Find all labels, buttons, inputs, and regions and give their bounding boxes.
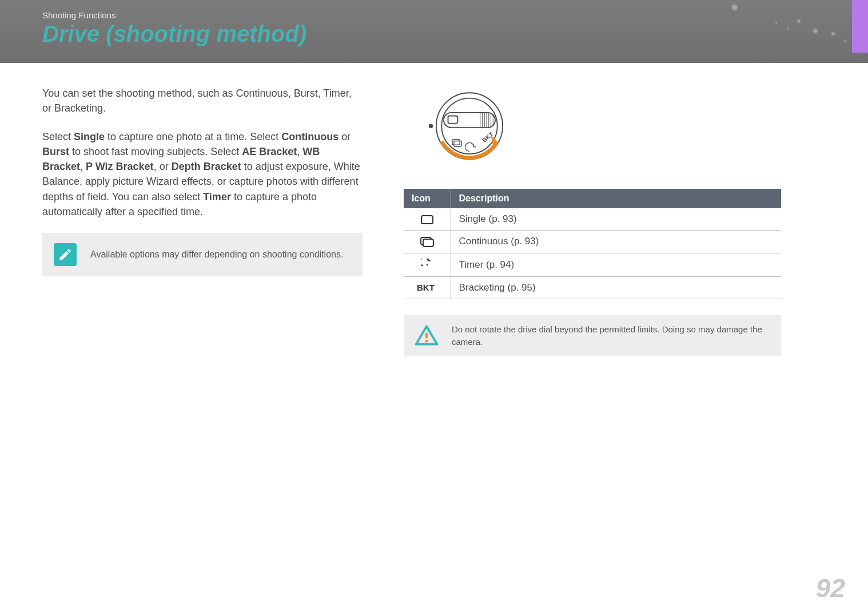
timer-icon [404,253,451,276]
breadcrumb: Shooting Functions [42,10,868,20]
svg-point-2 [429,124,433,129]
warning-text: Do not rotate the drive dial beyond the … [452,323,771,348]
bold-burst: Burst [42,146,69,157]
note-text: Available options may differ depending o… [90,249,343,260]
table-row: Single (p. 93) [404,208,781,231]
pencil-icon [54,243,77,266]
icon-description-table: Icon Description Single (p. 93) [404,189,781,299]
table-row: Continuous (p. 93) [404,231,781,253]
side-tab [852,0,868,53]
svg-rect-12 [452,140,460,145]
bracketing-icon: BKT [404,276,451,299]
bold-ae-bracket: AE Bracket [242,146,297,157]
table-row: Timer (p. 94) [404,253,781,276]
svg-rect-13 [454,141,461,146]
text-fragment: , [80,161,86,172]
intro-paragraph-2: Select Single to capture one photo at a … [42,129,363,219]
table-header-description: Description [451,189,781,208]
bold-depth-bracket: Depth Bracket [172,161,241,172]
warning-icon [414,323,439,348]
table-cell-desc: Bracketing (p. 95) [451,276,781,299]
svg-point-23 [426,264,428,265]
table-cell-desc: Single (p. 93) [451,208,781,231]
note-box: Available options may differ depending o… [42,233,363,276]
intro-paragraph-1: You can set the shooting method, such as… [42,86,363,116]
svg-rect-4 [448,116,458,124]
text-fragment: or [339,131,351,142]
table-header-icon: Icon [404,189,451,208]
single-icon [404,208,451,231]
svg-point-26 [425,339,428,342]
svg-rect-3 [444,113,495,128]
warning-box: Do not rotate the drive dial beyond the … [404,315,781,356]
text-fragment: to capture one photo at a time. Select [105,131,281,142]
page-title: Drive (shooting method) [42,21,868,47]
drive-dial-illustration: BKT [404,86,781,172]
bold-continuous: Continuous [281,131,339,142]
header-band: Shooting Functions Drive (shooting metho… [0,0,868,63]
text-fragment: , [297,146,302,157]
bold-single: Single [74,131,105,142]
table-cell-desc: Continuous (p. 93) [451,231,781,253]
continuous-icon [404,231,451,253]
svg-rect-18 [421,216,433,224]
text-fragment: to shoot fast moving subjects. Select [69,146,242,157]
bold-timer: Timer [203,191,231,203]
svg-rect-20 [423,239,433,247]
page-number: 92 [816,573,845,604]
bold-pwiz-bracket: P Wiz Bracket [86,161,154,172]
svg-rect-25 [425,332,428,338]
table-cell-desc: Timer (p. 94) [451,253,781,276]
svg-text:BKT: BKT [417,283,435,292]
table-row: BKT Bracketing (p. 95) [404,276,781,299]
text-fragment: , or [154,161,172,172]
text-fragment: Select [42,131,74,142]
